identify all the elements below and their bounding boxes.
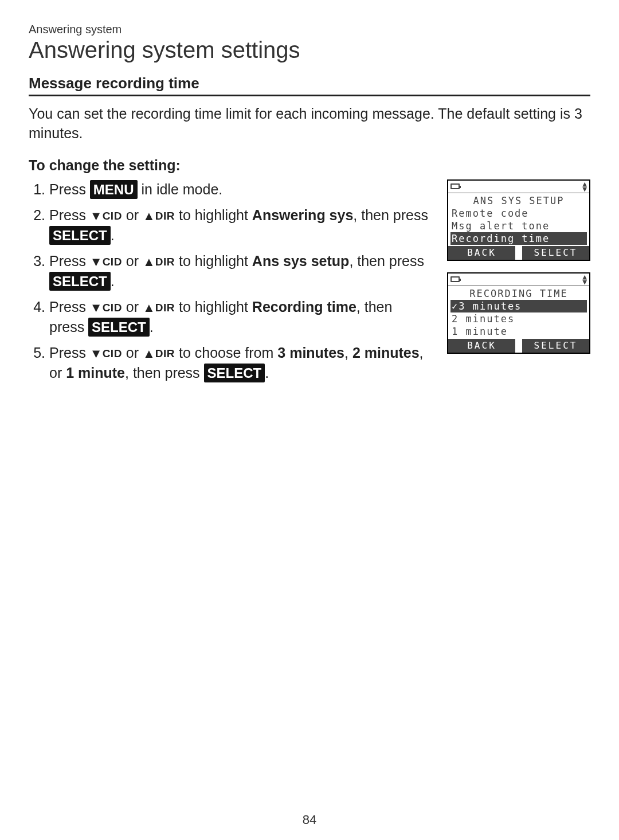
text: in idle mode.	[141, 181, 222, 197]
lcd-row: 1 minute	[448, 325, 589, 338]
up-arrow-icon: ▲	[143, 256, 155, 268]
text: to highlight	[179, 299, 252, 315]
text: , then press	[125, 365, 204, 381]
lcd-softkeys: BACK SELECT	[448, 339, 589, 353]
intro-paragraph: You can set the recording time limit for…	[29, 104, 590, 143]
cid-label: CID	[103, 302, 122, 314]
text: to choose from	[179, 345, 277, 361]
steps-list: Press MENU in idle mode. Press ▼CID or ▲…	[29, 179, 434, 383]
text: or	[126, 207, 143, 223]
step-5: Press ▼CID or ▲DIR to choose from 3 minu…	[49, 343, 434, 383]
lcd-row: Msg alert tone	[448, 220, 589, 232]
lcd-row: 2 minutes	[448, 312, 589, 325]
menu-button-label: MENU	[90, 180, 138, 200]
up-arrow-icon: ▲	[143, 210, 155, 222]
lcd-row: Remote code	[448, 207, 589, 220]
divider	[29, 95, 590, 96]
highlight-target: Recording time	[252, 299, 356, 315]
lcd-title: RECORDING TIME	[448, 287, 589, 300]
lcd-row-highlighted: Recording time	[450, 232, 587, 245]
scroll-arrows-icon: ▲▼	[582, 181, 587, 192]
down-arrow-icon: ▼	[90, 302, 103, 314]
lcd-title: ANS SYS SETUP	[448, 194, 589, 207]
text: to highlight	[179, 253, 252, 269]
up-arrow-icon: ▲	[143, 347, 155, 360]
text: or	[126, 299, 143, 315]
text: , then press	[349, 253, 424, 269]
page-number: 84	[0, 812, 619, 827]
text: Press	[49, 207, 90, 223]
cid-label: CID	[103, 210, 122, 222]
option: 2 minutes	[352, 345, 420, 361]
step-4: Press ▼CID or ▲DIR to highlight Recordin…	[49, 297, 434, 337]
select-button-label: SELECT	[88, 318, 150, 337]
softkey-select: SELECT	[522, 246, 589, 260]
softkey-gap	[515, 339, 522, 353]
select-button-label: SELECT	[204, 364, 265, 383]
lcd-screen-ans-sys-setup: ▲▼ ANS SYS SETUP Remote code Msg alert t…	[447, 179, 590, 261]
manual-page: Answering system Answering system settin…	[0, 0, 619, 840]
option: 1 minute	[66, 365, 125, 381]
dir-label: DIR	[155, 256, 175, 268]
text: to highlight	[179, 207, 252, 223]
dir-label: DIR	[155, 347, 175, 360]
softkey-gap	[515, 246, 522, 260]
down-arrow-icon: ▼	[90, 347, 103, 360]
cid-label: CID	[103, 347, 122, 360]
text: or	[126, 345, 143, 361]
softkey-back: BACK	[448, 246, 515, 260]
battery-icon	[450, 276, 460, 282]
text: Press	[49, 299, 90, 315]
select-button-label: SELECT	[49, 226, 111, 245]
step-1: Press MENU in idle mode.	[49, 179, 434, 200]
lcd-softkeys: BACK SELECT	[448, 246, 589, 260]
battery-icon	[450, 183, 460, 189]
text: ,	[344, 345, 352, 361]
step-3: Press ▼CID or ▲DIR to highlight Ans sys …	[49, 251, 434, 291]
softkey-back: BACK	[448, 339, 515, 353]
select-button-label: SELECT	[49, 272, 111, 291]
dir-label: DIR	[155, 210, 175, 222]
softkey-select: SELECT	[522, 339, 589, 353]
up-arrow-icon: ▲	[143, 302, 155, 314]
down-arrow-icon: ▼	[90, 210, 103, 222]
page-title: Answering system settings	[29, 37, 590, 63]
highlight-target: Ans sys setup	[252, 253, 350, 269]
breadcrumb: Answering system	[29, 23, 590, 36]
text: Press	[49, 253, 90, 269]
highlight-target: Answering sys	[252, 207, 353, 223]
lcd-screen-recording-time: ▲▼ RECORDING TIME ✓3 minutes 2 minutes 1…	[447, 272, 590, 354]
down-arrow-icon: ▼	[90, 256, 103, 268]
scroll-arrows-icon: ▲▼	[582, 274, 587, 284]
dir-label: DIR	[155, 302, 175, 314]
option: 3 minutes	[277, 345, 344, 361]
lcd-row-highlighted: ✓3 minutes	[450, 300, 587, 312]
text: Press	[49, 181, 90, 197]
lcd-status-bar: ▲▼	[448, 181, 589, 193]
section-heading: Message recording time	[29, 75, 590, 92]
sub-heading: To change the setting:	[29, 157, 590, 174]
text: or	[126, 253, 143, 269]
text: Press	[49, 345, 90, 361]
text: , then press	[353, 207, 428, 223]
lcd-status-bar: ▲▼	[448, 274, 589, 286]
step-2: Press ▼CID or ▲DIR to highlight Answerin…	[49, 205, 434, 245]
cid-label: CID	[103, 256, 122, 268]
